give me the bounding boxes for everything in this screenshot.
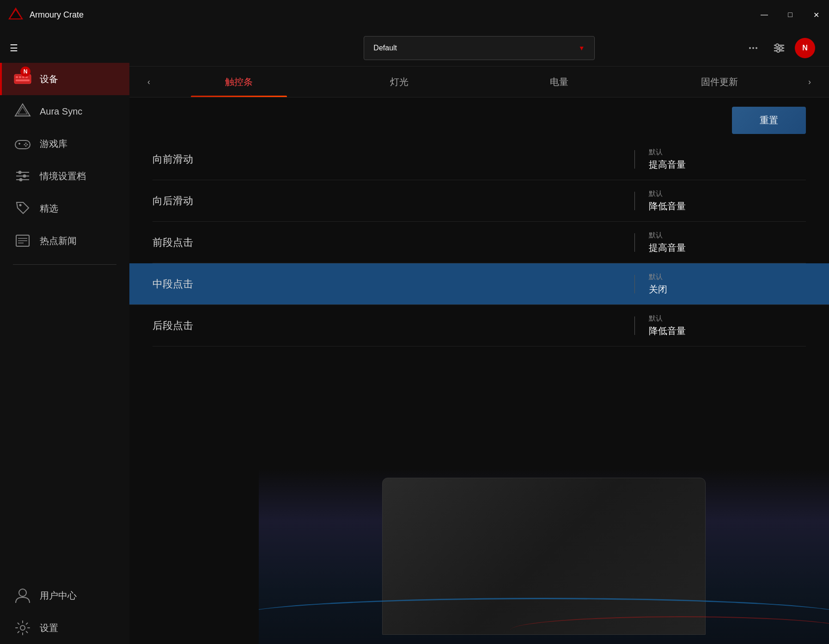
minimize-button[interactable]: — xyxy=(751,0,777,30)
svg-point-37 xyxy=(780,47,782,49)
tab-lighting[interactable]: 灯光 xyxy=(319,67,480,97)
tune-icon[interactable] xyxy=(769,38,789,58)
maximize-button[interactable]: □ xyxy=(777,0,803,30)
row-divider xyxy=(634,150,635,169)
sidebar-aura-label: Aura Sync xyxy=(40,106,82,117)
sidebar-user-label: 用户中心 xyxy=(40,589,77,602)
profile-label: Default xyxy=(373,44,397,52)
touchpad-row-right: 默认 提高音量 xyxy=(649,148,806,171)
svg-point-13 xyxy=(25,143,27,144)
tabs-bar: ‹ 触控条 灯光 电量 固件更新 › xyxy=(129,67,829,97)
table-row[interactable]: 向后滑动 默认 降低音量 xyxy=(152,180,806,222)
svg-point-38 xyxy=(777,49,780,52)
sidebar-settings-label: 设置 xyxy=(40,622,58,634)
title-bar: Armoury Crate — □ ✕ xyxy=(0,0,829,30)
profile-dropdown[interactable]: Default ▼ xyxy=(364,36,594,60)
table-row[interactable]: 后段点击 默认 降低音量 xyxy=(152,305,806,346)
reset-button[interactable]: 重置 xyxy=(732,107,806,134)
svg-point-14 xyxy=(27,144,28,146)
table-row[interactable]: 中段点击 默认 关闭 xyxy=(129,263,829,305)
svg-rect-3 xyxy=(16,76,18,78)
svg-point-36 xyxy=(776,44,779,47)
user-avatar[interactable]: N xyxy=(795,38,815,58)
sidebar-profiles-label: 情境设置档 xyxy=(40,170,86,182)
gear-icon xyxy=(13,618,32,638)
sidebar-item-user-center[interactable]: 用户中心 xyxy=(0,579,129,612)
sidebar-item-news[interactable]: 热点新闻 xyxy=(0,225,129,257)
user-icon xyxy=(13,586,32,605)
row-divider xyxy=(634,316,635,335)
svg-point-29 xyxy=(20,626,25,630)
preview-waves xyxy=(259,589,829,644)
news-icon xyxy=(13,231,32,250)
content-body: 重置 向前滑动 默认 提高音量 向后滑动 xyxy=(129,97,829,644)
window-controls: — □ ✕ xyxy=(751,0,829,30)
touchpad-row-right: 默认 关闭 xyxy=(649,273,806,296)
table-row[interactable]: 前段点击 默认 提高音量 xyxy=(152,222,806,263)
dropdown-arrow-icon: ▼ xyxy=(579,44,585,52)
sidebar-devices-label: 设备 xyxy=(40,73,58,85)
app-title: Armoury Crate xyxy=(30,10,84,20)
touchpad-row-right: 默认 降低音量 xyxy=(649,314,806,337)
tab-battery[interactable]: 电量 xyxy=(479,67,640,97)
svg-point-28 xyxy=(19,589,26,596)
close-button[interactable]: ✕ xyxy=(803,0,829,30)
wave-red xyxy=(510,616,829,644)
reset-btn-area: 重置 xyxy=(129,97,829,139)
touchpad-list: 向前滑动 默认 提高音量 向后滑动 默认 降低音量 xyxy=(129,139,829,346)
sidebar-item-game-library[interactable]: 游戏库 xyxy=(0,128,129,160)
touchpad-row-right: 默认 降低音量 xyxy=(649,189,806,213)
content-area: Default ▼ xyxy=(129,30,829,644)
svg-point-31 xyxy=(752,47,754,49)
tab-firmware[interactable]: 固件更新 xyxy=(640,67,800,97)
svg-rect-4 xyxy=(19,76,21,78)
sidebar-news-label: 热点新闻 xyxy=(40,235,77,247)
app-logo xyxy=(7,6,24,23)
sliders-icon xyxy=(13,166,32,186)
notification-badge: N xyxy=(20,67,30,77)
preview-background xyxy=(259,468,829,644)
hamburger-button[interactable]: ☰ xyxy=(0,37,28,59)
tabs-container: 触控条 灯光 电量 固件更新 xyxy=(159,67,799,97)
table-row[interactable]: 向前滑动 默认 提高音量 xyxy=(152,139,806,180)
sidebar-item-devices[interactable]: 设备 N xyxy=(0,63,129,95)
sidebar-divider xyxy=(13,264,116,265)
tag-icon xyxy=(13,199,32,218)
svg-point-16 xyxy=(25,146,27,147)
svg-point-20 xyxy=(18,171,22,174)
svg-point-15 xyxy=(24,144,25,146)
sidebar-featured-label: 精选 xyxy=(40,202,58,215)
sidebar-item-profiles[interactable]: 情境设置档 xyxy=(0,160,129,192)
sidebar-bottom: 用户中心 设置 xyxy=(0,579,129,644)
sidebar: ☰ 设备 N xyxy=(0,30,129,644)
svg-point-30 xyxy=(749,47,751,49)
sidebar-item-featured[interactable]: 精选 xyxy=(0,192,129,225)
svg-rect-7 xyxy=(16,79,30,81)
row-divider xyxy=(634,192,635,210)
row-divider xyxy=(634,233,635,252)
sidebar-games-label: 游戏库 xyxy=(40,138,67,150)
svg-marker-9 xyxy=(18,107,27,114)
svg-point-22 xyxy=(19,178,23,182)
gamepad-icon xyxy=(13,134,32,153)
more-options-button[interactable] xyxy=(743,38,763,58)
sidebar-item-settings[interactable]: 设置 xyxy=(0,612,129,644)
sidebar-item-aura-sync[interactable]: Aura Sync xyxy=(0,95,129,128)
touchpad-row-right: 默认 提高音量 xyxy=(649,231,806,254)
app-layout: ☰ 设备 N xyxy=(0,30,829,644)
content-topbar: Default ▼ xyxy=(129,30,829,67)
svg-point-32 xyxy=(756,47,757,49)
aura-icon xyxy=(13,102,32,121)
tab-next-button[interactable]: › xyxy=(799,67,820,97)
preview-area xyxy=(259,468,829,644)
svg-point-21 xyxy=(23,175,26,178)
tab-prev-button[interactable]: ‹ xyxy=(139,67,159,97)
row-divider xyxy=(634,275,635,293)
svg-point-23 xyxy=(19,204,22,207)
tab-touchpad[interactable]: 触控条 xyxy=(159,67,319,97)
